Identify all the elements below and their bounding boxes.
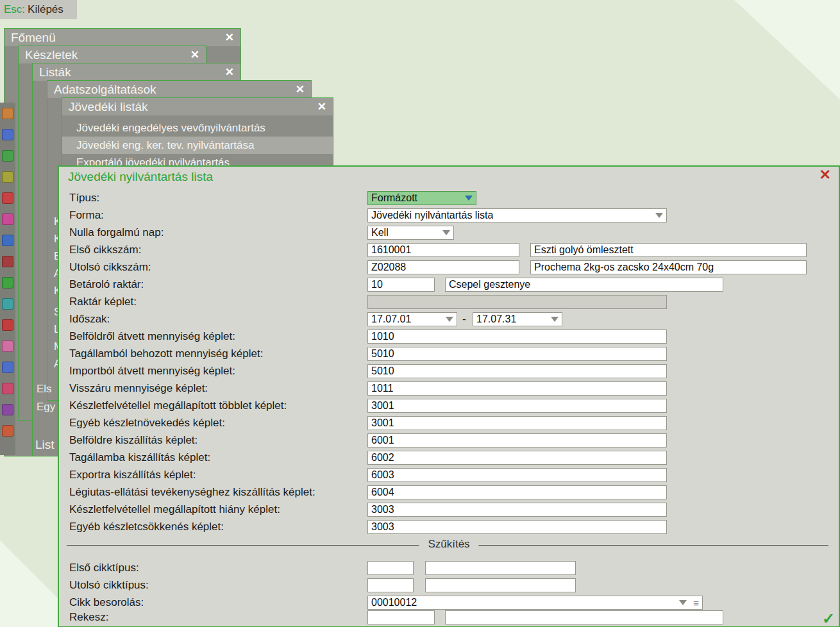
egyeb-novekedes-input[interactable]: 3001 — [367, 416, 667, 430]
toolbar-icon[interactable] — [2, 383, 13, 394]
window-title: Jövedéki listák — [69, 100, 148, 114]
betarolo-raktar-value: 10 — [371, 279, 383, 290]
utolso-cikkszam-input[interactable]: Z02088 — [367, 260, 519, 274]
tobblet-input[interactable]: 3001 — [367, 399, 667, 413]
window-close-icon[interactable]: ✕ — [317, 100, 326, 113]
window-close-icon[interactable]: ✕ — [225, 31, 234, 44]
window-titlebar[interactable]: Listák✕ — [33, 63, 240, 81]
window-titlebar[interactable]: Jövedéki listák✕ — [62, 98, 333, 115]
exportra-kiszallitas-label: Exportra kiszállítás képlet: — [69, 468, 196, 482]
dropdown-arrow-icon[interactable] — [679, 600, 687, 605]
elso-cikkszam-value: 1610001 — [371, 244, 411, 256]
toolbar-icon[interactable] — [2, 425, 13, 437]
toolbar-icon[interactable] — [2, 319, 13, 331]
menu-item[interactable]: Jövedéki eng. ker. tev. nyilvántartása — [62, 137, 333, 154]
elso-cikkszam-value: Eszti golyó ömlesztett — [534, 244, 634, 256]
utolso-cikkszam-value: Prochema 2kg-os zacsko 24x40cm 70g — [534, 262, 714, 273]
filter-separator-label: Szűkítés — [419, 538, 478, 551]
toolbar-icon[interactable] — [2, 150, 13, 162]
window-title: Készletek — [25, 48, 78, 62]
window-titlebar[interactable]: Főmenü✕ — [4, 29, 240, 46]
tobblet-label: Készletfelvétellel megállapított többlet… — [69, 399, 287, 413]
idoszak-label: Időszak: — [69, 312, 110, 326]
tagallambol-behozott-value: 5010 — [371, 348, 394, 360]
rekesz-input[interactable] — [367, 610, 435, 624]
toolbar-icon[interactable] — [2, 277, 13, 288]
confirm-check-button[interactable]: ✓ — [822, 611, 835, 626]
elso-cikktipus-input[interactable] — [367, 561, 414, 575]
window-title: Adatszolgáltatások — [54, 83, 156, 97]
tagallambol-behozott-input[interactable]: 5010 — [367, 347, 667, 361]
belfoldre-kiszallitas-value: 6001 — [371, 435, 394, 446]
hiany-label: Készletfelvétellel megállapított hiány k… — [69, 503, 280, 517]
toolbar-icon[interactable] — [2, 213, 13, 225]
toolbar-icon-strip — [0, 103, 15, 455]
toolbar-icon[interactable] — [2, 129, 13, 140]
cikk-besorolas-combo[interactable]: 00010012≡ — [367, 596, 703, 610]
tipus-combo[interactable]: Formázott — [367, 191, 476, 205]
egyeb-csokkenes-value: 3003 — [371, 521, 394, 533]
egyeb-csokkenes-input[interactable]: 3003 — [367, 520, 667, 534]
betarolo-raktar-input-2[interactable]: Csepel gesztenye — [445, 278, 723, 292]
dropdown-arrow-icon[interactable] — [655, 213, 663, 218]
toolbar-icon[interactable] — [2, 340, 13, 352]
idoszak-combo-3[interactable]: 17.07.31 — [473, 312, 562, 326]
toolbar-icon[interactable] — [2, 256, 13, 267]
belfoldre-kiszallitas-input[interactable]: 6001 — [367, 433, 667, 447]
dialog-close-icon[interactable]: ✕ — [819, 168, 831, 182]
betarolo-raktar-input[interactable]: 10 — [367, 278, 435, 292]
belfoldrol-atvett-label: Belföldről átvett mennyiség képlet: — [69, 330, 235, 344]
utolso-cikkszam-input-2[interactable]: Prochema 2kg-os zacsko 24x40cm 70g — [530, 260, 807, 274]
toolbar-icon[interactable] — [2, 404, 13, 415]
window-title: Listák — [39, 65, 71, 79]
elso-cikktipus-label: Első cikktípus: — [69, 561, 139, 575]
idoszak-combo[interactable]: 17.07.01 — [367, 312, 457, 326]
belfoldrol-atvett-input[interactable]: 1010 — [367, 330, 667, 344]
dropdown-arrow-icon[interactable] — [551, 317, 559, 322]
betarolo-raktar-value: Csepel gesztenye — [449, 279, 530, 290]
window-close-icon[interactable]: ✕ — [296, 83, 305, 96]
nulla-forgalmu-nap-label: Nulla forgalmú nap: — [69, 226, 164, 240]
utolso-cikktipus-input[interactable] — [367, 578, 414, 592]
toolbar-icon[interactable] — [2, 192, 13, 204]
elso-cikktipus-input-2[interactable] — [425, 561, 576, 575]
window-titlebar[interactable]: Készletek✕ — [19, 46, 206, 63]
window-close-icon[interactable]: ✕ — [225, 65, 234, 79]
background-diagonal-top-right — [734, 0, 840, 99]
toolbar-icon[interactable] — [2, 362, 13, 373]
raktar-keplet-input — [367, 295, 667, 309]
elso-cikkszam-input[interactable]: 1610001 — [367, 243, 519, 257]
toolbar-icon[interactable] — [2, 298, 13, 310]
hiany-input[interactable]: 3003 — [367, 503, 667, 517]
cikk-besorolas-label: Cikk besorolás: — [69, 596, 144, 610]
toolbar-icon[interactable] — [2, 171, 13, 183]
tagallamba-kiszallitas-value: 6002 — [371, 452, 394, 464]
menu-item[interactable]: Jövedéki engedélyes vevőnyilvántartás — [62, 119, 333, 137]
toolbar-icon[interactable] — [2, 108, 13, 119]
dropdown-arrow-icon[interactable] — [442, 230, 450, 235]
utolso-cikktipus-input-2[interactable] — [425, 578, 576, 592]
nulla-forgalmu-nap-combo[interactable]: Kell — [367, 226, 454, 240]
visszaru-input[interactable]: 1011 — [367, 381, 667, 396]
exportra-kiszallitas-input[interactable]: 6003 — [367, 468, 667, 482]
window-titlebar[interactable]: Adatszolgáltatások✕ — [47, 81, 311, 98]
importbol-atvett-value: 5010 — [371, 365, 394, 377]
cikk-besorolas-value: 00010012 — [371, 597, 417, 608]
utolso-cikkszam-value: Z02088 — [371, 262, 406, 273]
tagallamba-kiszallitas-input[interactable]: 6002 — [367, 451, 667, 465]
toolbar-icon[interactable] — [2, 235, 13, 246]
esc-exit-bar[interactable]: Esc: Kilépés — [0, 0, 77, 19]
rekesz-input-2[interactable] — [445, 610, 723, 624]
importbol-atvett-label: Importból átvett mennyiség képlet: — [69, 364, 235, 378]
dropdown-arrow-icon[interactable] — [446, 317, 453, 322]
forma-combo[interactable]: Jövedéki nyilvántartás lista — [367, 208, 667, 222]
legiutas-kiszallitas-input[interactable]: 6004 — [367, 485, 667, 499]
importbol-atvett-input[interactable]: 5010 — [367, 364, 667, 378]
nulla-forgalmu-nap-value: Kell — [371, 227, 389, 238]
hiany-value: 3003 — [371, 504, 394, 515]
elso-cikkszam-input-2[interactable]: Eszti golyó ömlesztett — [530, 243, 807, 257]
forma-value: Jövedéki nyilvántartás lista — [371, 210, 493, 221]
dropdown-arrow-icon[interactable] — [465, 196, 473, 201]
window-close-icon[interactable]: ✕ — [190, 48, 199, 62]
list-lookup-icon[interactable]: ≡ — [693, 598, 699, 608]
